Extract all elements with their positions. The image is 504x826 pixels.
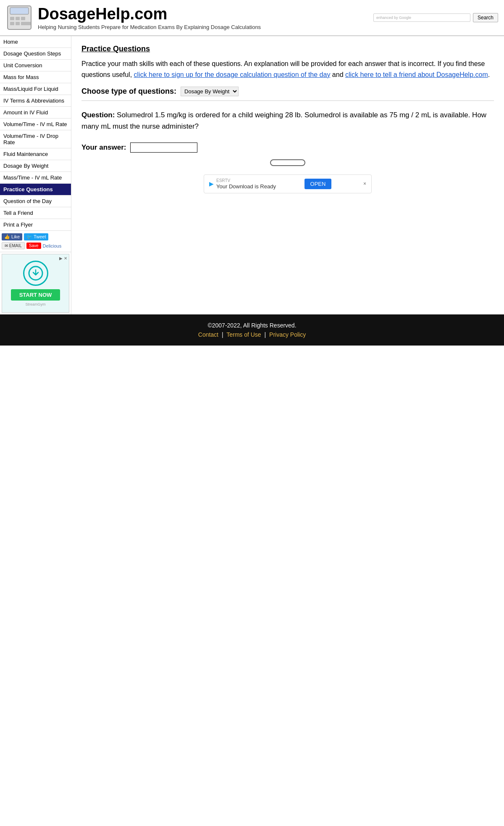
svg-rect-2 — [10, 17, 14, 20]
tell-friend-link[interactable]: click here to tell a friend about Dosage… — [345, 71, 488, 78]
facebook-like-button[interactable]: 👍 Like — [2, 233, 22, 240]
footer-copyright: ©2007-2022, All Rights Reserved. — [4, 322, 500, 329]
sidebar-item-mass-time-ml[interactable]: Mass/Time - IV mL Rate — [0, 172, 71, 184]
sidebar-item-home[interactable]: Home — [0, 36, 71, 48]
signup-link[interactable]: click here to sign up for the dosage cal… — [134, 71, 331, 78]
twitter-tweet-button[interactable]: 🐦 Tweet — [24, 233, 48, 240]
notification-bar: ▶ ESRTV Your Download is Ready OPEN × — [204, 174, 372, 193]
ad-download-icon — [23, 261, 48, 286]
page-title: Practice Questions — [81, 45, 494, 53]
calculator-icon — [6, 4, 33, 31]
sidebar-item-iv-terms[interactable]: IV Terms & Abbreviations — [0, 95, 71, 107]
answer-label: Your answer: — [81, 143, 126, 152]
svg-rect-1 — [10, 8, 29, 14]
notification-left: ▶ ESRTV Your Download is Ready — [209, 178, 276, 190]
search-wrapper[interactable]: enhanced by Google — [373, 13, 470, 22]
notification-close-icon[interactable]: × — [363, 181, 366, 187]
answer-input[interactable] — [130, 143, 197, 153]
and-text: and — [332, 71, 344, 78]
sidebar-item-dosage-question-steps[interactable]: Dosage Question Steps — [0, 48, 71, 60]
sidebar-item-question-of-day[interactable]: Question of the Day — [0, 195, 71, 207]
intro-text: Practice your math skills with each of t… — [81, 58, 494, 80]
svg-rect-6 — [16, 22, 20, 25]
question-label: Question: — [81, 111, 115, 119]
section-divider — [81, 100, 494, 101]
svg-rect-4 — [21, 17, 25, 20]
header-title-area: DosageHelp.com Helping Nursing Students … — [38, 5, 261, 30]
ad-box: ▶ ✕ START NOW StreamGym — [2, 254, 69, 313]
sidebar-item-tell-a-friend[interactable]: Tell a Friend — [0, 207, 71, 219]
question-type-select[interactable]: Dosage By Weight — [181, 87, 239, 96]
ad-close-icon[interactable]: ▶ ✕ — [59, 256, 67, 261]
search-input[interactable] — [413, 15, 467, 21]
site-header: DosageHelp.com Helping Nursing Students … — [0, 0, 504, 36]
question-body: Solumedrol 1.5 mg/kg is ordered for a ch… — [81, 111, 486, 130]
sidebar-item-volume-time-ml[interactable]: Volume/Time - IV mL Rate — [0, 119, 71, 130]
svg-rect-3 — [16, 17, 20, 20]
separator-1: | — [222, 331, 223, 338]
footer-links: Contact | Terms of Use | Privacy Policy — [4, 331, 500, 338]
sidebar-item-unit-conversion[interactable]: Unit Conversion — [0, 60, 71, 71]
sidebar-item-practice-questions[interactable]: Practice Questions — [0, 184, 71, 195]
sidebar: HomeDosage Question StepsUnit Conversion… — [0, 36, 71, 314]
svg-rect-7 — [21, 22, 31, 25]
email-button[interactable]: ✉ EMAIL — [2, 242, 25, 249]
save-button-social[interactable]: Save — [26, 243, 41, 249]
choose-type-label: Choose type of questions: — [81, 87, 176, 96]
delicious-link[interactable]: Delicious — [43, 243, 62, 248]
sidebar-item-mass-for-mass[interactable]: Mass for Mass — [0, 71, 71, 83]
separator-2: | — [265, 331, 266, 338]
google-label: enhanced by Google — [376, 16, 411, 20]
play-icon: ▶ — [209, 180, 214, 187]
site-tagline: Helping Nursing Students Prepare for Med… — [38, 24, 261, 30]
notification-title: Your Download is Ready — [216, 183, 276, 190]
svg-rect-5 — [10, 22, 14, 25]
site-title: DosageHelp.com — [38, 5, 261, 23]
sidebar-item-mass-liquid-for-liquid[interactable]: Mass/Liquid For Liquid — [0, 83, 71, 95]
sidebar-item-amount-iv-fluid[interactable]: Amount in IV Fluid — [0, 107, 71, 119]
notification-open-button[interactable]: OPEN — [304, 179, 332, 189]
notification-text-area: ESRTV Your Download is Ready — [216, 178, 276, 190]
question-text: Question: Solumedrol 1.5 mg/kg is ordere… — [81, 109, 494, 132]
ad-brand-label: StreamGym — [25, 302, 45, 306]
contact-link[interactable]: Contact — [198, 331, 218, 338]
main-content: Practice Questions Practice your math sk… — [71, 36, 504, 314]
search-area: enhanced by Google Search — [373, 13, 498, 22]
notification-brand: ESRTV — [216, 178, 276, 183]
sidebar-item-volume-time-drop[interactable]: Volume/Time - IV Drop Rate — [0, 130, 71, 148]
social-bar: 👍 Like 🐦 Tweet ✉ EMAIL Save Delicious — [0, 231, 71, 252]
period: . — [488, 71, 490, 78]
privacy-link[interactable]: Privacy Policy — [269, 331, 306, 338]
search-button[interactable]: Search — [473, 13, 498, 22]
sidebar-item-fluid-maintenance[interactable]: Fluid Maintenance — [0, 148, 71, 160]
terms-link[interactable]: Terms of Use — [226, 331, 261, 338]
answer-row: Your answer: — [81, 143, 494, 153]
site-footer: ©2007-2022, All Rights Reserved. Contact… — [0, 314, 504, 346]
header-left: DosageHelp.com Helping Nursing Students … — [6, 4, 261, 31]
sidebar-item-print-a-flyer[interactable]: Print a Flyer — [0, 219, 71, 231]
submit-button[interactable] — [270, 159, 305, 166]
sidebar-item-dosage-by-weight[interactable]: Dosage By Weight — [0, 160, 71, 172]
page-layout: HomeDosage Question StepsUnit Conversion… — [0, 36, 504, 314]
ad-start-button[interactable]: START NOW — [11, 289, 60, 301]
choose-type-row: Choose type of questions: Dosage By Weig… — [81, 87, 494, 96]
